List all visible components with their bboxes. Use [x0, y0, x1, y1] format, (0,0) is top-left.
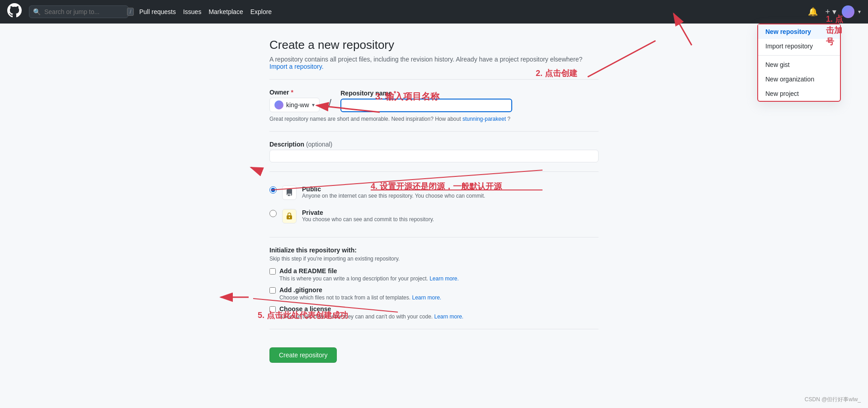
avatar[interactable]: [842, 5, 854, 18]
suggestion-link[interactable]: stunning-parakeet: [462, 116, 506, 122]
readme-label: Add a README file: [279, 267, 459, 275]
gitignore-label: Add .gitignore: [279, 286, 441, 294]
divider-3: [269, 171, 599, 172]
search-icon: 🔍: [33, 8, 41, 15]
dropdown-item-new-project[interactable]: New project: [758, 86, 840, 101]
slash-divider: /: [327, 97, 334, 109]
private-radio[interactable]: [269, 210, 277, 217]
dropdown-item-new-org[interactable]: New organization: [758, 72, 840, 86]
page-title: Create a new repository: [269, 38, 599, 52]
license-checkbox[interactable]: [269, 306, 276, 313]
repo-name-input[interactable]: [340, 99, 512, 112]
owner-avatar: [274, 100, 283, 109]
private-desc: You choose who can see and commit to thi…: [302, 216, 434, 223]
nav-issues[interactable]: Issues: [183, 8, 201, 15]
private-icon: [282, 209, 297, 223]
description-group: Description (optional): [269, 141, 599, 162]
main-content: Create a new repository A repository con…: [262, 24, 606, 377]
search-input[interactable]: [44, 8, 123, 15]
navbar-right: 🔔 + ▾ ▾: [806, 5, 861, 19]
plus-button[interactable]: + ▾: [823, 5, 838, 19]
owner-name: king-ww: [286, 101, 309, 109]
owner-label: Owner *: [269, 89, 320, 96]
owner-dropdown[interactable]: king-ww ▾: [269, 98, 320, 112]
divider-4: [269, 237, 599, 237]
license-learn-link[interactable]: Learn more.: [434, 313, 464, 320]
license-text: Choose a license A license tells others …: [279, 305, 463, 320]
divider-top: [269, 79, 599, 80]
owner-group: Owner * king-ww ▾: [269, 89, 320, 112]
navbar: 🔍 / Pull requests Issues Marketplace Exp…: [0, 0, 868, 24]
gitignore-checkbox[interactable]: [269, 287, 276, 294]
description-optional: (optional): [306, 141, 332, 148]
notifications-button[interactable]: 🔔: [806, 5, 820, 19]
license-row: Choose a license A license tells others …: [269, 305, 599, 320]
divider-2: [269, 131, 599, 132]
public-icon: [282, 185, 297, 200]
nav-pull-requests[interactable]: Pull requests: [139, 8, 176, 15]
readme-text: Add a README file This is where you can …: [279, 267, 459, 282]
init-section: Initialize this repository with: Skip th…: [269, 247, 599, 320]
dropdown-divider: [758, 55, 840, 56]
description-label: Description (optional): [269, 141, 599, 148]
dropdown-item-new-gist[interactable]: New gist: [758, 57, 840, 72]
public-text: Public Anyone on the internet can see th…: [302, 185, 485, 199]
repo-name-label: Repository name *: [340, 90, 512, 97]
avatar-chevron-icon: ▾: [858, 9, 861, 15]
public-label: Public: [302, 185, 485, 193]
divider-5: [269, 329, 599, 329]
description-input[interactable]: [269, 150, 599, 162]
plus-dropdown-menu: New repository Import repository New gis…: [757, 24, 841, 102]
repo-name-hint: Great repository names are short and mem…: [269, 116, 599, 122]
dropdown-item-import-repo[interactable]: Import repository: [758, 39, 840, 53]
gitignore-learn-link[interactable]: Learn more.: [412, 294, 441, 301]
nav-explore[interactable]: Explore: [250, 8, 272, 15]
github-logo-icon[interactable]: [7, 3, 22, 20]
public-option: Public Anyone on the internet can see th…: [269, 181, 599, 204]
public-desc: Anyone on the internet can see this repo…: [302, 193, 485, 199]
gitignore-text: Add .gitignore Choose which files not to…: [279, 286, 441, 301]
navbar-links: Pull requests Issues Marketplace Explore: [139, 8, 272, 15]
private-label: Private: [302, 209, 434, 216]
nav-marketplace[interactable]: Marketplace: [208, 8, 243, 15]
gitignore-row: Add .gitignore Choose which files not to…: [269, 286, 599, 301]
readme-row: Add a README file This is where you can …: [269, 267, 599, 282]
import-repo-link[interactable]: Import a repository.: [269, 63, 324, 70]
owner-repo-row: Owner * king-ww ▾ / Repository name *: [269, 89, 599, 112]
repo-name-group: Repository name *: [340, 90, 512, 112]
page-subtitle: A repository contains all project files,…: [269, 56, 599, 70]
owner-required: *: [291, 89, 293, 96]
readme-desc: This is where you can write a long descr…: [279, 275, 459, 282]
init-title: Initialize this repository with:: [269, 247, 599, 254]
create-repository-button[interactable]: Create repository: [269, 347, 337, 363]
dropdown-item-new-repo[interactable]: New repository: [758, 24, 840, 39]
private-option: Private You choose who can see and commi…: [269, 204, 599, 228]
public-radio[interactable]: [269, 186, 277, 194]
gitignore-desc: Choose which files not to track from a l…: [279, 294, 441, 301]
repo-required: *: [394, 90, 396, 97]
owner-chevron-icon: ▾: [312, 102, 315, 108]
private-text: Private You choose who can see and commi…: [302, 209, 434, 223]
license-desc: A license tells others what they can and…: [279, 313, 463, 320]
license-label: Choose a license: [279, 305, 463, 313]
svg-line-3: [251, 167, 258, 170]
readme-checkbox[interactable]: [269, 268, 276, 275]
visibility-section: Public Anyone on the internet can see th…: [269, 181, 599, 228]
plus-chevron-icon: ▾: [832, 7, 836, 16]
readme-learn-link[interactable]: Learn more.: [429, 275, 459, 282]
search-bar[interactable]: 🔍 /: [29, 5, 128, 18]
kbd-slash: /: [127, 8, 134, 16]
init-sub: Skip this step if you're importing an ex…: [269, 256, 599, 262]
